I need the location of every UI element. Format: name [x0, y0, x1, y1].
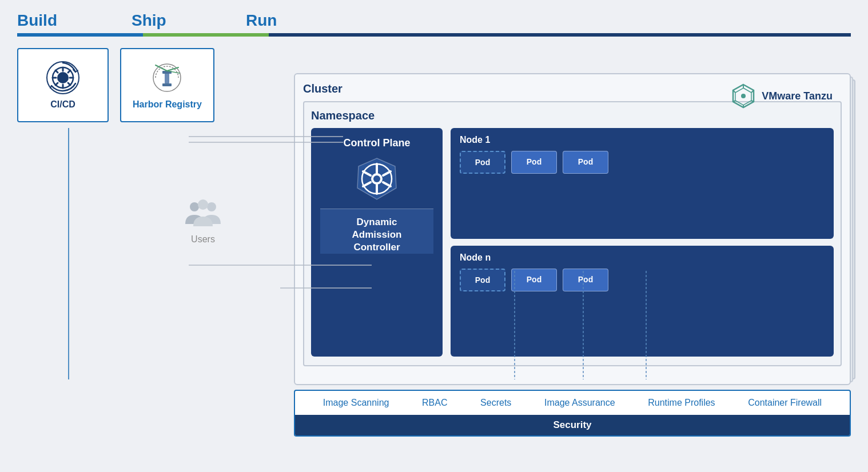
security-item-2: RBAC	[422, 398, 447, 408]
phase-ship: Ship	[132, 11, 246, 30]
svg-point-19	[207, 202, 216, 211]
cp-title: Control Plane	[343, 137, 410, 149]
nodeN-pod-3: Pod	[563, 269, 608, 291]
main-container: Build Ship Run	[0, 0, 868, 472]
node1-pods-row: Pod Pod Pod	[460, 151, 825, 174]
helm-wheel-icon	[354, 156, 400, 202]
namespace-box: Namespace Control Plane	[303, 101, 842, 366]
cicd-label: CI/CD	[50, 99, 75, 110]
svg-line-10	[55, 83, 58, 85]
security-item-5: Runtime Profiles	[648, 398, 715, 408]
bar-build	[17, 33, 143, 37]
security-item-4: Image Assurance	[544, 398, 615, 408]
svg-point-18	[190, 202, 199, 211]
cluster-area: Cluster VMware Tanzu	[294, 48, 851, 437]
harbor-box: Harbor Registry	[120, 48, 214, 122]
top-row: CI/CD	[17, 48, 280, 122]
security-item-3: Secrets	[480, 398, 511, 408]
left-section: CI/CD	[17, 48, 280, 437]
dac-box: Dynamic Admission Controller	[320, 209, 433, 254]
svg-point-2	[57, 72, 69, 83]
node1-pod-3: Pod	[563, 151, 608, 174]
dac-title: Dynamic Admission Controller	[320, 216, 433, 254]
namespace-inner: Control Plane	[311, 128, 834, 357]
phase-run: Run	[246, 11, 337, 30]
harbor-icon	[150, 61, 184, 95]
phase-build: Build	[17, 11, 132, 30]
users-icon	[183, 197, 223, 231]
tanzu-logo: VMware Tanzu	[731, 83, 833, 109]
cicd-box: CI/CD	[17, 48, 109, 122]
nodeN-box: Node n Pod Pod Pod	[451, 246, 834, 357]
node1-pod-1: Pod	[460, 151, 505, 174]
svg-line-9	[68, 70, 70, 73]
svg-line-8	[68, 83, 70, 85]
svg-point-32	[373, 175, 380, 182]
nodeN-pod-1: Pod	[460, 269, 505, 291]
security-section: Image Scanning RBAC Secrets Image Assura…	[294, 390, 851, 437]
bar-run	[269, 33, 851, 37]
nodes-section: Node 1 Pod Pod Pod Node n	[451, 128, 834, 357]
cicd-icon	[46, 61, 80, 95]
security-bar: Security	[295, 415, 850, 435]
harbor-label: Harbor Registry	[133, 99, 202, 110]
node1-box: Node 1 Pod Pod Pod	[451, 128, 834, 239]
tanzu-hex-icon	[731, 83, 756, 109]
users-box: Users	[183, 197, 223, 245]
security-item-1: Image Scanning	[323, 398, 389, 408]
users-label: Users	[191, 234, 215, 245]
node1-title: Node 1	[460, 135, 825, 145]
nodeN-pods-row: Pod Pod Pod	[460, 269, 825, 291]
nodeN-title: Node n	[460, 253, 825, 263]
security-item-6: Container Firewall	[748, 398, 822, 408]
nodeN-pod-2: Pod	[511, 269, 557, 291]
namespace-label: Namespace	[311, 109, 834, 122]
svg-rect-17	[162, 83, 172, 86]
svg-line-7	[55, 70, 58, 73]
cluster-box: Cluster VMware Tanzu	[294, 73, 851, 385]
phase-bars	[17, 33, 851, 37]
node1-pod-2: Pod	[511, 151, 557, 174]
security-items: Image Scanning RBAC Secrets Image Assura…	[295, 391, 850, 415]
svg-point-20	[198, 199, 208, 210]
control-plane: Control Plane	[311, 128, 443, 357]
tanzu-label: VMware Tanzu	[762, 90, 833, 102]
phase-header-row: Build Ship Run	[17, 11, 851, 30]
bar-ship	[143, 33, 269, 37]
svg-point-23	[741, 94, 746, 98]
